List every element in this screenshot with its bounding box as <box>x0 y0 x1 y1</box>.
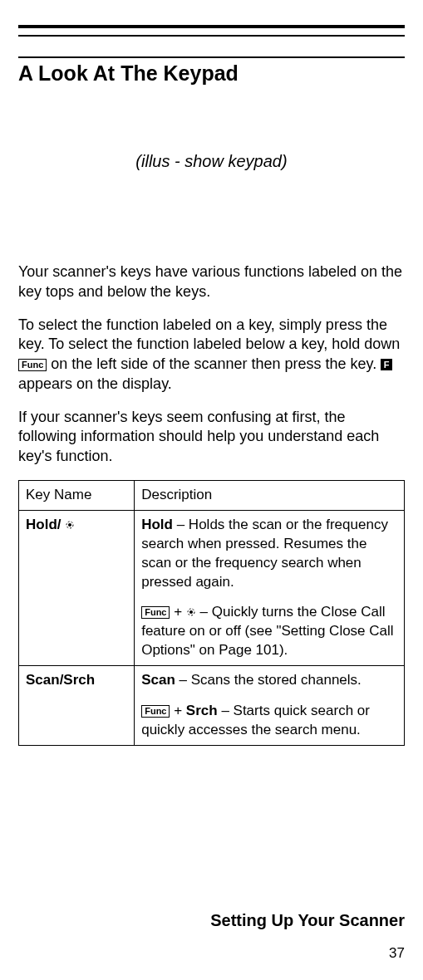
desc-block: Func + Srch – Starts quick search or qui… <box>141 702 397 740</box>
table-row: Scan/Srch Scan – Scans the stored channe… <box>19 666 405 746</box>
key-function-table: Key Name Description Hold/ Hold – Holds … <box>18 480 405 746</box>
desc-block: Hold – Holds the scan or the frequency s… <box>141 516 397 592</box>
desc-text: – Holds the scan or the frequency search… <box>141 517 388 590</box>
cell-key-name-scan: Scan/Srch <box>19 666 135 746</box>
plus-sign: + <box>174 604 186 620</box>
func-icon: Func <box>141 705 170 718</box>
desc-text: – Scans the stored channels. <box>175 672 362 688</box>
func-icon: Func <box>18 359 47 371</box>
body-paragraph-3: If your scanner's keys seem confusing at… <box>18 408 405 467</box>
func-icon: Func <box>141 606 170 619</box>
rule-thick <box>18 25 405 28</box>
p2-part-a: To select the function labeled on a key,… <box>18 316 400 353</box>
f-indicator-icon: F <box>381 359 392 370</box>
svg-point-0 <box>68 523 71 527</box>
desc-block: Scan – Scans the stored channels. <box>141 671 397 690</box>
plus-sign: + <box>174 703 186 718</box>
document-page: A Look At The Keypad (illus - show keypa… <box>0 0 423 980</box>
page-number: 37 <box>18 945 405 962</box>
table-row: Hold/ Hold – Holds the scan or the frequ… <box>19 510 405 666</box>
desc-lead-bold: Hold <box>141 517 173 532</box>
table-header-row: Key Name Description <box>19 480 405 510</box>
cell-key-name-hold: Hold/ <box>19 510 135 666</box>
p2-part-c: appears on the display. <box>18 375 172 392</box>
page-footer: Setting Up Your Scanner 37 <box>18 911 405 962</box>
illustration-placeholder: (illus - show keypad) <box>18 152 405 171</box>
p2-part-b: on the left side of the scanner then pre… <box>51 355 381 372</box>
svg-point-2 <box>189 610 193 614</box>
header-key-name: Key Name <box>19 480 135 510</box>
key-name-text: Hold/ <box>26 517 65 532</box>
chapter-title: Setting Up Your Scanner <box>18 911 405 930</box>
rule-thin <box>18 35 405 37</box>
body-paragraph-1: Your scanner's keys have various functio… <box>18 262 405 302</box>
close-call-icon <box>186 607 196 617</box>
page-title: A Look At The Keypad <box>18 56 405 86</box>
desc-block: Func + – Quickly turns the Close Call fe… <box>141 603 397 660</box>
top-rule-group <box>18 25 405 37</box>
desc-lead-bold: Srch <box>186 703 218 718</box>
body-paragraph-2: To select the function labeled on a key,… <box>18 316 405 394</box>
cell-description-scan: Scan – Scans the stored channels. Func +… <box>135 666 405 746</box>
close-call-icon <box>65 520 75 530</box>
cell-description-hold: Hold – Holds the scan or the frequency s… <box>135 510 405 666</box>
desc-lead-bold: Scan <box>141 672 175 688</box>
key-name-text: Scan/Srch <box>26 672 95 688</box>
header-description: Description <box>135 480 405 510</box>
